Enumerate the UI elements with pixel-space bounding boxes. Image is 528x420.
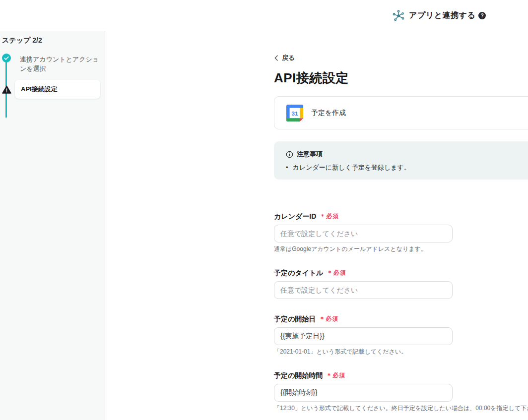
- field-start-time-helper: 「12:30」という形式で記載してください。終日予定を設定したい場合は、00:0…: [274, 405, 528, 412]
- field-start-time-label: 予定の開始時間: [274, 370, 323, 380]
- content-column: 戻る API接続設定 31 予定を作成: [274, 54, 528, 420]
- required-badge: ＊必須: [320, 211, 339, 221]
- steps-sidebar: ステップ 2/2 連携アカウントとアクションを選択 API接続設定: [0, 31, 105, 420]
- action-card-create-event[interactable]: 31 予定を作成: [274, 96, 528, 129]
- required-badge: ＊必須: [326, 370, 345, 380]
- chevron-left-icon: [274, 55, 278, 61]
- google-calendar-icon: 31: [286, 105, 303, 121]
- app-header: アプリと連携する ?: [0, 0, 528, 31]
- field-start-date-label: 予定の開始日: [274, 314, 316, 324]
- sidebar-step-select-account[interactable]: 連携アカウントとアクションを選択: [20, 55, 100, 73]
- back-label: 戻る: [282, 54, 295, 62]
- calendar-id-input[interactable]: [274, 225, 453, 242]
- app-header-title-group: アプリと連携する ?: [392, 0, 486, 31]
- start-time-input[interactable]: [274, 384, 453, 402]
- notice-item: • カレンダーに新しく予定を登録します。: [286, 163, 528, 172]
- sidebar-step-api-settings-label: API接続設定: [21, 85, 58, 94]
- field-event-title-label: 予定のタイトル: [274, 268, 324, 278]
- required-badge: ＊必須: [319, 314, 338, 324]
- svg-text:31: 31: [291, 110, 298, 117]
- field-event-title: 予定のタイトル ＊必須: [274, 268, 528, 299]
- notice-title: 注意事項: [297, 150, 323, 159]
- step-counter: ステップ 2/2: [2, 36, 42, 45]
- field-calendar-id: カレンダーID ＊必須 通常はGoogleアカウントのメールアドレスとなります。: [274, 211, 528, 253]
- start-date-input[interactable]: [274, 327, 453, 345]
- field-start-date-helper: 「2021-01-01」という形式で記載してください。: [274, 348, 528, 356]
- help-icon[interactable]: ?: [478, 12, 486, 19]
- field-calendar-id-helper: 通常はGoogleアカウントのメールアドレスとなります。: [274, 245, 528, 253]
- app-title: アプリと連携する: [409, 10, 475, 21]
- bullet-dot: •: [286, 163, 288, 172]
- sidebar-step-api-settings[interactable]: API接続設定: [15, 80, 100, 99]
- field-calendar-id-label: カレンダーID: [274, 211, 316, 221]
- required-badge: ＊必須: [327, 268, 346, 278]
- info-icon: [286, 151, 293, 158]
- step-warning-icon: [2, 85, 11, 96]
- notice-box: 注意事項 • カレンダーに新しく予定を登録します。: [274, 141, 528, 180]
- page-title: API接続設定: [274, 69, 528, 86]
- back-button[interactable]: 戻る: [274, 54, 295, 62]
- integration-hub-icon: [392, 9, 405, 22]
- main-panel: 戻る API接続設定 31 予定を作成: [105, 31, 528, 420]
- action-card-label: 予定を作成: [311, 109, 346, 118]
- field-start-date: 予定の開始日 ＊必須 「2021-01-01」という形式で記載してください。: [274, 314, 528, 356]
- notice-item-text: カレンダーに新しく予定を登録します。: [293, 163, 410, 172]
- field-start-time: 予定の開始時間 ＊必須 「12:30」という形式で記載してください。終日予定を設…: [274, 370, 528, 412]
- event-title-input[interactable]: [274, 281, 453, 299]
